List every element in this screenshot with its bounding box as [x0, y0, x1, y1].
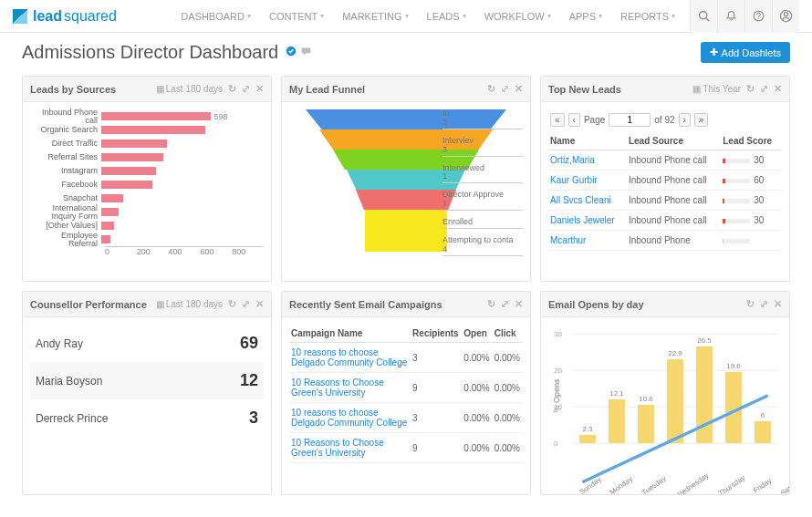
expand-icon[interactable]: ⤢ [242, 298, 250, 310]
pager-first-button[interactable]: « [550, 113, 565, 127]
lead-source: Inbound Phone call [627, 171, 721, 191]
search-icon[interactable] [690, 0, 717, 33]
y-tick: 10 [554, 403, 562, 411]
bar-value: 2.3 [582, 425, 592, 433]
axis-tick: 800 [232, 247, 264, 256]
hbar-label: Direct Traffic [30, 140, 101, 148]
nav-item-label: WORKFLOW [484, 11, 545, 22]
nav-item-leads[interactable]: LEADS▾ [420, 5, 474, 27]
campaign-link[interactable]: 10 reasons to choose Delgado Community C… [291, 347, 407, 367]
axis-tick: 600 [200, 247, 232, 256]
bar [579, 435, 596, 443]
table-row: 10 reasons to choose Delgado Community C… [289, 343, 523, 373]
pager-last-button[interactable]: » [694, 113, 709, 127]
counsellor-name: Derreck Prince [36, 412, 222, 425]
help-icon[interactable] [744, 0, 772, 33]
nav-item-content[interactable]: CONTENT▾ [262, 5, 331, 27]
brand-logo[interactable]: leadsquared [13, 8, 117, 25]
table-header: Campaign Name [289, 325, 411, 343]
pager-prev-button[interactable]: ‹ [568, 113, 580, 127]
refresh-icon[interactable]: ↻ [487, 83, 495, 95]
close-icon[interactable]: ✕ [255, 298, 264, 310]
calendar-icon: ▦ [156, 299, 164, 309]
chevron-down-icon: ▾ [320, 12, 324, 20]
lead-name-link[interactable]: All Svcs Cleani [550, 195, 611, 205]
nav-item-label: APPS [569, 11, 596, 22]
lead-name-link[interactable]: Mcarthur [550, 235, 586, 245]
campaign-link[interactable]: 10 Reasons to Choose Green's University [291, 377, 384, 398]
y-tick: 20 [554, 367, 562, 375]
dashlet-leads-by-sources: Leads by Sources ▦ Last 180 days ↻ ⤢ ✕ I… [22, 76, 272, 282]
page-title: Admissions Director Dashboard [22, 42, 278, 63]
hbar-bar [101, 140, 167, 148]
campaign-link[interactable]: 10 reasons to choose Delgado Community C… [291, 408, 407, 428]
funnel-label: Interviev3 [442, 137, 523, 157]
nav-item-reports[interactable]: REPORTS▾ [613, 5, 682, 27]
expand-icon[interactable]: ⤢ [760, 83, 768, 95]
table-header: Lead Source [627, 132, 721, 150]
expand-icon[interactable]: ⤢ [501, 298, 509, 310]
close-icon[interactable]: ✕ [515, 83, 523, 95]
lead-score: 60 [721, 171, 782, 191]
hbar-label: [Other Values] [30, 222, 101, 230]
x-tick: Sunday [578, 475, 602, 494]
hbar-value: 598 [214, 112, 228, 121]
expand-icon[interactable]: ⤢ [760, 298, 768, 310]
add-dashlets-button[interactable]: ✚ Add Dashlets [701, 42, 790, 63]
nav-item-label: DASHBOARD [181, 11, 245, 22]
refresh-icon[interactable]: ↻ [487, 298, 495, 310]
y-tick: 0 [554, 439, 557, 448]
pager-next-button[interactable]: › [679, 113, 691, 127]
pager-page-input[interactable] [609, 113, 651, 127]
hbar-row: Referral Sites [30, 150, 264, 164]
hbar-label: Facebook [30, 181, 101, 189]
close-icon[interactable]: ✕ [515, 298, 523, 310]
counsellor-name: Andy Ray [36, 337, 222, 350]
svg-point-3 [758, 18, 759, 19]
perf-row: Andy Ray 69 [30, 325, 264, 362]
dashlet-email-opens: Email Opens by day ↻ ⤢ ✕ % Opens 0102030… [540, 291, 790, 495]
nav-item-marketing[interactable]: MARKETING▾ [335, 5, 415, 27]
nav-item-workflow[interactable]: WORKFLOW▾ [477, 5, 558, 27]
bell-icon[interactable] [717, 0, 744, 33]
brand-text-a: lead [33, 8, 62, 25]
lead-name-link[interactable]: Kaur Gurbir [550, 175, 598, 185]
lead-name-link[interactable]: Ortiz,Maria [550, 155, 595, 165]
close-icon[interactable]: ✕ [774, 298, 782, 310]
x-tick: Thursday [717, 473, 746, 494]
refresh-icon[interactable]: ↻ [228, 83, 236, 95]
plus-icon: ✚ [710, 47, 718, 58]
expand-icon[interactable]: ⤢ [242, 83, 250, 95]
bar-column: 10.6 [634, 395, 658, 443]
counsellor-value: 3 [222, 408, 258, 428]
bar-value: 12.1 [609, 389, 624, 398]
hbar-bar [101, 235, 110, 243]
dashlet-title: My Lead Funnel [289, 84, 482, 95]
hbar-bar [101, 181, 152, 189]
refresh-icon[interactable]: ↻ [746, 298, 755, 310]
counsellor-value: 12 [222, 371, 258, 390]
close-icon[interactable]: ✕ [774, 83, 782, 95]
campaign-link[interactable]: 10 Reasons to Choose Green's University [291, 438, 384, 458]
perf-row: Derreck Prince 3 [30, 399, 264, 437]
bar-column: 19.6 [722, 362, 745, 443]
nav-item-apps[interactable]: APPS▾ [562, 5, 609, 27]
nav-item-dashboard[interactable]: DASHBOARD▾ [173, 5, 258, 27]
campaign-click: 0.00% [493, 403, 523, 433]
bar-value: 22.9 [668, 349, 682, 357]
expand-icon[interactable]: ⤢ [501, 83, 509, 95]
dashlet-title: Recently Sent Email Campaigns [289, 299, 482, 310]
user-icon[interactable] [772, 0, 799, 33]
lead-name-link[interactable]: Daniels Jeweler [550, 215, 615, 225]
table-header: Open [462, 325, 492, 343]
comment-icon[interactable] [300, 46, 312, 60]
refresh-icon[interactable]: ↻ [746, 83, 755, 95]
bar [667, 359, 683, 443]
table-row: 10 Reasons to Choose Green's University … [289, 433, 523, 463]
table-row: Daniels Jeweler Inbound Phone call 30 [548, 211, 782, 231]
close-icon[interactable]: ✕ [255, 83, 264, 95]
dashlet-range: Last 180 days [166, 84, 223, 94]
chevron-down-icon: ▾ [405, 12, 409, 20]
table-row: Kaur Gurbir Inbound Phone call 60 [548, 171, 782, 191]
refresh-icon[interactable]: ↻ [228, 298, 236, 310]
